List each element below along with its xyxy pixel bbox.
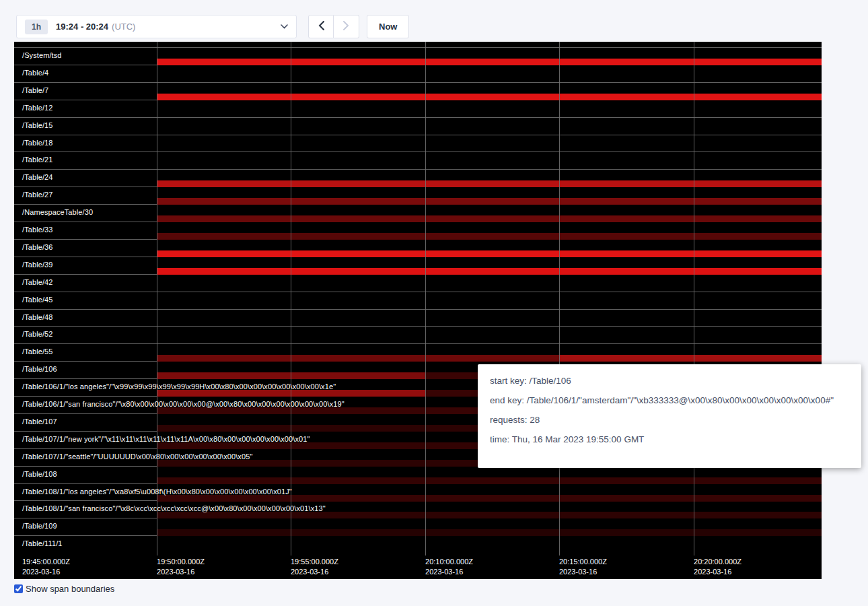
heatmap-band[interactable] [157, 529, 822, 536]
x-axis-tick: 19:45:00.000Z2023-03-16 [22, 557, 70, 577]
heatmap-row[interactable]: /Table/33 [14, 222, 822, 239]
tick-date: 2023-03-16 [291, 567, 338, 577]
heatmap-band[interactable] [157, 477, 822, 484]
tooltip-line: time: Thu, 16 Mar 2023 19:55:00 GMT [490, 434, 849, 444]
heatmap-row[interactable]: /Table/109 [14, 518, 822, 535]
heatmap-band[interactable] [157, 59, 822, 65]
x-axis-tick: 19:55:00.000Z2023-03-16 [291, 557, 338, 577]
row-label: /Table/108 [22, 470, 57, 478]
row-label: /Table/55 [22, 347, 53, 356]
chevron-down-icon [281, 24, 288, 29]
heatmap-row[interactable]: /Table/18 [14, 135, 822, 152]
heatmap-band[interactable] [157, 512, 822, 518]
time-range-selector[interactable]: 1h 19:24 - 20:24 (UTC) [16, 15, 297, 38]
range-timezone: (UTC) [112, 22, 135, 32]
row-label: /Table/45 [22, 296, 53, 304]
tick-time: 20:20:00.000Z [694, 557, 742, 567]
key-visualizer-canvas[interactable]: /System/tsd/Table/4/Table/7/Table/12/Tab… [14, 42, 822, 579]
time-gridline [291, 42, 291, 556]
row-label: /Table/27 [22, 191, 53, 199]
heatmap-row[interactable]: /Table/55 [14, 343, 822, 361]
heatmap-row[interactable]: /Table/15 [14, 117, 822, 135]
row-label: /Table/106/1/"los angeles"/"\x99\x99\x99… [22, 382, 336, 391]
tick-time: 20:10:00.000Z [425, 557, 473, 567]
tooltip-line: requests: 28 [490, 415, 849, 425]
time-gridline [157, 42, 157, 556]
heatmap-band[interactable] [157, 233, 822, 240]
heatmap-band[interactable] [157, 215, 822, 222]
row-label: /Table/108/1/"los angeles"/"\xa8\xf5\u00… [22, 487, 292, 496]
heatmap-band[interactable] [157, 198, 822, 205]
x-axis: 19:45:00.000Z2023-03-1619:50:00.000Z2023… [14, 556, 822, 579]
row-label: /Table/107/1/"new york"/"\x11\x11\x11\x1… [22, 435, 310, 443]
tick-date: 2023-03-16 [694, 567, 742, 577]
row-label: /Table/18 [22, 139, 53, 147]
previous-range-button[interactable] [308, 15, 334, 38]
now-button[interactable]: Now [367, 15, 409, 38]
heatmap-row[interactable]: /Table/111/1 [14, 535, 822, 553]
heatmap-band[interactable] [559, 355, 822, 362]
heatmap-row[interactable]: /Table/108/1/"san francisco"/"\x8c\xcc\x… [14, 500, 822, 518]
row-label: /Table/15 [22, 121, 53, 129]
heatmap-row[interactable]: /Table/42 [14, 274, 822, 292]
heatmap-band[interactable] [157, 180, 822, 187]
heatmap-row[interactable]: /Table/108/1/"los angeles"/"\xa8\xf5\u00… [14, 483, 822, 501]
heatmap-row[interactable]: /Table/39 [14, 257, 822, 274]
row-label: /Table/4 [22, 69, 48, 77]
heatmap-row[interactable]: /Table/45 [14, 292, 822, 309]
heatmap-band[interactable] [157, 268, 822, 275]
heatmap-band[interactable] [157, 495, 822, 502]
heatmap-row[interactable]: /Table/7 [14, 82, 822, 100]
heatmap-row[interactable]: /Table/21 [14, 152, 822, 169]
row-label: /Table/12 [22, 104, 53, 112]
heatmap-row[interactable]: /Table/48 [14, 309, 822, 327]
tick-date: 2023-03-16 [157, 567, 205, 577]
row-label: /Table/107 [22, 417, 57, 426]
heatmap-row[interactable]: /Table/4 [14, 65, 822, 82]
tick-time: 20:15:00.000Z [559, 557, 607, 567]
row-label: /Table/39 [22, 261, 53, 269]
heatmap-band[interactable] [157, 94, 822, 100]
show-span-boundaries-checkbox[interactable] [14, 584, 23, 593]
show-span-boundaries-label: Show span boundaries [26, 584, 114, 594]
range-duration-pill: 1h [25, 20, 48, 34]
span-hover-tooltip: start key: /Table/106end key: /Table/106… [478, 364, 861, 468]
tick-date: 2023-03-16 [425, 567, 473, 577]
tooltip-line: start key: /Table/106 [490, 376, 849, 386]
row-label: /Table/42 [22, 278, 53, 286]
row-label: /Table/111/1 [22, 539, 63, 547]
row-label: /Table/109 [22, 522, 57, 530]
range-text: 19:24 - 20:24 [56, 22, 108, 32]
x-axis-tick: 20:10:00.000Z2023-03-16 [425, 557, 473, 577]
tick-time: 19:50:00.000Z [157, 557, 205, 567]
row-label: /Table/48 [22, 313, 53, 321]
row-label: /Table/107/1/"seattle"/"UUUUUUD\x00\x80\… [22, 452, 252, 461]
chevron-right-icon [343, 21, 349, 33]
heatmap-row[interactable]: /Table/108 [14, 466, 822, 483]
x-axis-tick: 19:50:00.000Z2023-03-16 [157, 557, 205, 577]
time-gridline [559, 42, 560, 556]
heatmap-row[interactable]: /Table/52 [14, 326, 822, 343]
heatmap-row[interactable]: /NamespaceTable/30 [14, 204, 822, 222]
heatmap-row[interactable]: /Table/12 [14, 100, 822, 117]
heatmap-row[interactable]: /Table/27 [14, 187, 822, 204]
tooltip-line: end key: /Table/106/1/"amsterdam"/"\xb33… [490, 395, 849, 405]
tick-time: 19:45:00.000Z [22, 557, 70, 567]
heatmap-band[interactable] [157, 250, 822, 257]
row-label: /Table/24 [22, 173, 53, 181]
time-gridline [694, 42, 694, 556]
row-label: /Table/106 [22, 365, 57, 373]
row-label: /Table/7 [22, 86, 48, 94]
row-label: /NamespaceTable/30 [22, 208, 93, 216]
row-label: /Table/21 [22, 156, 53, 164]
time-nav-buttons [308, 15, 359, 38]
tick-time: 19:55:00.000Z [291, 557, 338, 567]
row-label: /Table/108/1/"san francisco"/"\x8c\xcc\x… [22, 504, 326, 512]
row-label: /Table/33 [22, 226, 53, 234]
heatmap-row[interactable]: /Table/36 [14, 239, 822, 257]
heatmap-row[interactable]: /System/tsd [14, 47, 822, 65]
heatmap-band[interactable] [157, 355, 559, 362]
next-range-button[interactable] [334, 15, 359, 38]
x-axis-tick: 20:20:00.000Z2023-03-16 [694, 557, 742, 577]
heatmap-row[interactable]: /Table/24 [14, 169, 822, 187]
